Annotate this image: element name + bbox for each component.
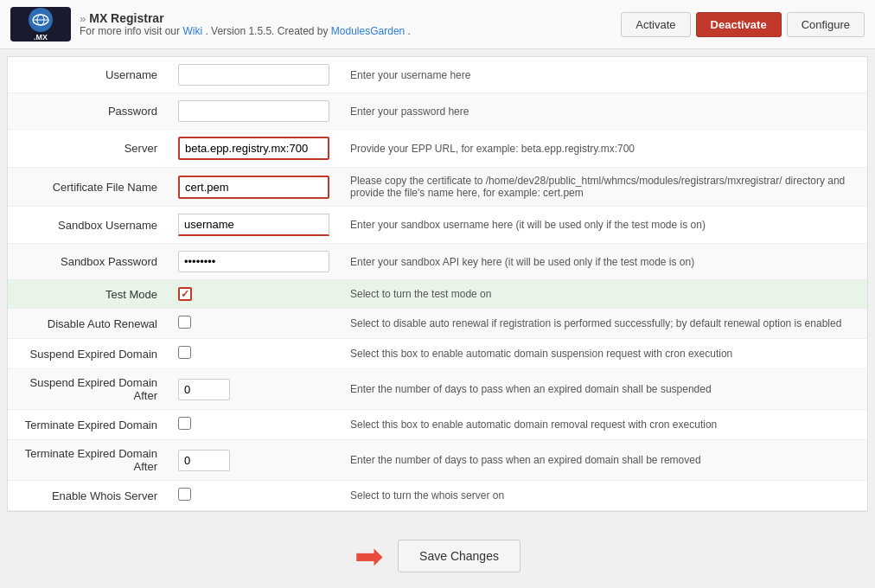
sandbox-username-desc: Enter your sandbox username here (it wil… [340,207,867,244]
server-label: Server [8,130,168,168]
configure-button[interactable]: Configure [787,12,865,37]
suspend-domain-checkbox[interactable] [178,346,191,359]
username-label: Username [8,57,168,93]
cert-label: Certificate File Name [8,168,168,207]
logo-icon [29,8,53,32]
module-subtitle: For more info visit our Wiki . Version 1… [80,25,411,37]
logo: .MX [10,7,71,42]
terminate-domain-after-input-cell [168,440,340,481]
table-row: Sandbox Password Enter your sandbox API … [8,244,867,280]
suspend-domain-after-desc: Enter the number of days to pass when an… [340,369,867,410]
terminate-domain-input-cell [168,410,340,440]
table-row: Sandbox Username Enter your sandbox user… [8,207,867,244]
title-row: » MX Registrar [80,11,411,25]
auto-renewal-desc: Select to disable auto renewal if regist… [340,309,867,339]
sandbox-username-input[interactable] [178,214,329,236]
table-row: Username Enter your username here [8,57,867,93]
sandbox-username-label: Sandbox Username [8,207,168,244]
creator-suffix: . [408,25,411,37]
module-name: MX Registrar [89,11,163,25]
table-row: Suspend Expired Domain Select this box t… [8,339,867,369]
terminate-domain-after-input[interactable] [178,450,230,471]
logo-text: .MX [34,33,48,42]
whois-desc: Select to turn the whois server on [340,481,867,511]
cert-input-cell [168,168,340,207]
suspend-domain-after-input-cell [168,369,340,410]
suspend-domain-label: Suspend Expired Domain [8,339,168,369]
test-mode-checkbox[interactable] [178,287,192,301]
auto-renewal-checkbox[interactable] [178,316,191,329]
subtitle-suffix: . Version 1.5.5. Created by [205,25,328,37]
arrow-decorator: » [80,12,86,25]
page-header: .MX » MX Registrar For more info visit o… [0,0,875,49]
test-mode-desc: Select to turn the test mode on [340,280,867,309]
activate-button[interactable]: Activate [621,12,690,37]
sandbox-password-label: Sandbox Password [8,244,168,280]
sandbox-password-input[interactable] [178,251,329,272]
terminate-domain-after-desc: Enter the number of days to pass when an… [340,440,867,481]
password-label: Password [8,93,168,130]
wiki-link[interactable]: Wiki [182,25,202,37]
terminate-domain-label: Terminate Expired Domain [8,410,168,440]
sandbox-password-desc: Enter your sandbox API key here (it will… [340,244,867,280]
suspend-domain-after-input[interactable] [178,379,230,400]
creator-link[interactable]: ModulesGarden [331,25,405,37]
cert-input[interactable] [178,176,329,199]
username-input[interactable] [178,64,329,86]
whois-checkbox[interactable] [178,488,191,501]
settings-table: Username Enter your username here Passwo… [8,57,867,511]
header-left: .MX » MX Registrar For more info visit o… [10,7,411,42]
auto-renewal-label: Disable Auto Renewal [8,309,168,339]
table-row: Server Provide your EPP URL, for example… [8,130,867,168]
cert-desc: Please copy the certificate to /home/dev… [340,168,867,207]
terminate-domain-after-label: Terminate Expired Domain After [8,440,168,481]
whois-label: Enable Whois Server [8,481,168,511]
table-row: Terminate Expired Domain After Enter the… [8,440,867,481]
server-input-cell [168,130,340,168]
table-row: Enable Whois Server Select to turn the w… [8,481,867,511]
save-arrow-icon: ➡ [354,536,384,576]
subtitle-prefix: For more info visit our [80,25,180,37]
sandbox-username-input-cell [168,207,340,244]
server-desc: Provide your EPP URL, for example: beta.… [340,130,867,168]
server-input[interactable] [178,137,329,160]
table-row: Disable Auto Renewal Select to disable a… [8,309,867,339]
test-mode-input-cell [168,280,340,309]
main-content: Username Enter your username here Passwo… [7,56,868,512]
username-desc: Enter your username here [340,57,867,93]
page-footer: ➡ Save Changes [0,519,875,588]
test-mode-label: Test Mode [8,280,168,309]
suspend-domain-desc: Select this box to enable automatic doma… [340,339,867,369]
password-desc: Enter your password here [340,93,867,130]
table-row: Terminate Expired Domain Select this box… [8,410,867,440]
sandbox-password-input-cell [168,244,340,280]
username-input-cell [168,57,340,93]
suspend-domain-after-label: Suspend Expired Domain After [8,369,168,410]
password-input[interactable] [178,100,329,122]
table-row: Test Mode Select to turn the test mode o… [8,280,867,309]
password-input-cell [168,93,340,130]
auto-renewal-input-cell [168,309,340,339]
table-row: Certificate File Name Please copy the ce… [8,168,867,207]
header-title: » MX Registrar For more info visit our W… [80,11,411,37]
table-row: Suspend Expired Domain After Enter the n… [8,369,867,410]
terminate-domain-checkbox[interactable] [178,417,191,430]
terminate-domain-desc: Select this box to enable automatic doma… [340,410,867,440]
deactivate-button[interactable]: Deactivate [696,12,782,37]
suspend-domain-input-cell [168,339,340,369]
whois-input-cell [168,481,340,511]
table-row: Password Enter your password here [8,93,867,130]
header-buttons: Activate Deactivate Configure [621,12,865,37]
save-button[interactable]: Save Changes [398,540,521,572]
